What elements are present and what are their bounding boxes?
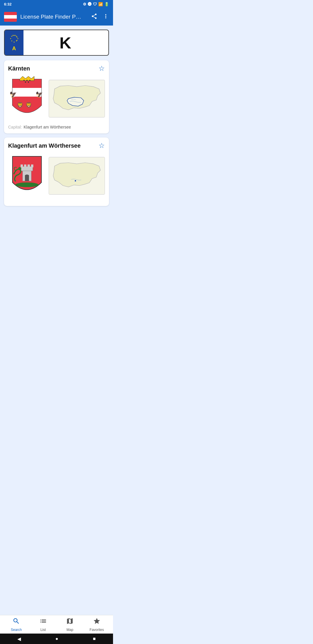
a-status-icon: 🅐 (88, 2, 92, 6)
status-bar: 6:32 ⚙ 🅐 🛡 📶 🔋 (0, 0, 113, 8)
capital-value-karnten: Klagenfurt am Wörthersee (23, 125, 71, 129)
results-list: Kärnten ☆ 🦁 (0, 59, 113, 229)
svg-rect-29 (28, 164, 30, 167)
map-karnten (49, 80, 105, 117)
eu-country-code: A (12, 46, 16, 52)
svg-point-34 (74, 180, 76, 182)
capital-label-karnten: Capital: (8, 125, 22, 129)
card-images-klagenfurt (8, 153, 105, 199)
svg-text:🦅: 🦅 (10, 91, 17, 98)
svg-point-22 (25, 82, 26, 83)
app-bar: License Plate Finder P… (0, 8, 113, 26)
svg-rect-14 (12, 97, 41, 120)
settings-status-icon: ⚙ (83, 2, 86, 6)
card-images-karnten: 🦁 🦁 🦅 🦅 (8, 75, 105, 122)
svg-text:★: ★ (16, 39, 18, 41)
battery-status-icon: 🔋 (104, 2, 109, 6)
svg-text:★: ★ (10, 38, 11, 39)
svg-point-31 (18, 167, 21, 170)
result-card-karnten: Kärnten ☆ 🦁 (4, 60, 109, 133)
svg-point-19 (23, 80, 25, 81)
result-card-klagenfurt: Klagenfurt am Wörthersee ☆ (4, 138, 109, 206)
svg-text:★: ★ (12, 35, 14, 36)
vpn-status-icon: 🛡 (93, 2, 97, 6)
svg-text:★: ★ (13, 41, 15, 43)
status-icons: ⚙ 🅐 🛡 📶 🔋 (83, 2, 109, 6)
svg-text:★: ★ (16, 36, 18, 38)
favorite-button-klagenfurt[interactable]: ☆ (99, 142, 105, 150)
svg-point-23 (28, 82, 29, 83)
svg-text:🦁: 🦁 (26, 102, 32, 108)
license-plate-display: ★ ★ ★ ★ ★ ★ ★ ★ ★ ★ ★ ★ A K (4, 30, 109, 56)
favorite-button-karnten[interactable]: ☆ (99, 64, 105, 73)
svg-rect-27 (21, 164, 23, 167)
svg-text:🦁: 🦁 (17, 102, 23, 108)
svg-point-21 (29, 80, 30, 81)
svg-point-32 (15, 182, 39, 187)
status-time: 6:32 (4, 2, 12, 6)
svg-rect-28 (24, 164, 26, 167)
card-header-klagenfurt: Klagenfurt am Wörthersee ☆ (8, 142, 105, 150)
sim-status-icon: 📶 (98, 2, 103, 6)
app-bar-actions (91, 13, 109, 21)
plate-code-text: K (23, 30, 108, 55)
map-klagenfurt (49, 157, 105, 195)
share-button[interactable] (91, 13, 97, 21)
coat-of-arms-karnten: 🦁 🦁 🦅 🦅 (8, 75, 46, 122)
card-header-karnten: Kärnten ☆ (8, 64, 105, 73)
coat-of-arms-klagenfurt (8, 153, 46, 199)
eu-strip: ★ ★ ★ ★ ★ ★ ★ ★ ★ ★ ★ ★ A (5, 30, 23, 55)
app-title: License Plate Finder P… (20, 14, 88, 20)
more-options-button[interactable] (103, 13, 109, 21)
capital-info-karnten: Capital: Klagenfurt am Wörthersee (8, 125, 105, 129)
card-title-karnten: Kärnten (8, 65, 30, 72)
svg-text:★: ★ (14, 35, 16, 36)
svg-text:🦅: 🦅 (36, 91, 43, 98)
austria-flag-icon (4, 12, 17, 22)
svg-rect-30 (31, 164, 33, 167)
eu-stars-icon: ★ ★ ★ ★ ★ ★ ★ ★ ★ ★ ★ ★ (9, 34, 19, 44)
card-title-klagenfurt: Klagenfurt am Wörthersee (8, 142, 81, 149)
svg-point-20 (26, 80, 28, 81)
svg-text:★: ★ (11, 40, 12, 42)
